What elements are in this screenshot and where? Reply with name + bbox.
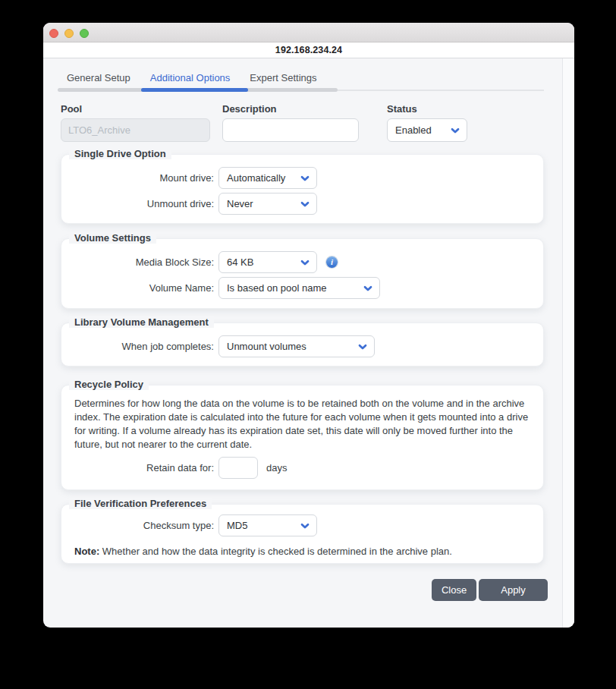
window-title-row: 192.168.234.24	[43, 42, 574, 58]
mount-drive-row: Mount drive: Automatically	[61, 167, 543, 189]
single-drive-option-title: Single Drive Option	[69, 148, 171, 159]
note-text: Whether and how the data integrity is ch…	[99, 546, 452, 557]
mount-drive-select[interactable]: Automatically	[218, 167, 317, 189]
media-block-size-select[interactable]: 64 KB	[218, 251, 317, 273]
when-job-completes-row: When job completes: Unmount volumes	[61, 335, 543, 357]
close-window-button[interactable]	[49, 29, 58, 38]
chevron-down-icon	[300, 201, 310, 207]
tab-bar: General Setup Additional Options Expert …	[67, 72, 317, 83]
unmount-drive-row: Unmount drive: Never	[61, 193, 543, 215]
file-verification-section: File Verification Preferences Checksum t…	[61, 504, 544, 564]
tab-additional-options[interactable]: Additional Options	[150, 72, 231, 83]
apply-button[interactable]: Apply	[479, 579, 548, 601]
tab-divider-line	[338, 90, 544, 91]
retain-data-label: Retain data for:	[61, 462, 218, 473]
window-titlebar[interactable]	[43, 23, 574, 42]
when-job-completes-select[interactable]: Unmount volumes	[218, 335, 375, 357]
close-button[interactable]: Close	[432, 579, 476, 601]
active-tab-indicator	[141, 88, 248, 92]
zoom-window-button[interactable]	[80, 29, 89, 38]
checksum-type-select[interactable]: MD5	[218, 514, 317, 536]
tab-indicator-track	[58, 88, 338, 92]
settings-dialog-window: 192.168.234.24 General Setup Additional …	[43, 23, 574, 628]
recycle-policy-title: Recycle Policy	[69, 379, 149, 390]
library-volume-management-section: Library Volume Management When job compl…	[61, 322, 544, 367]
volume-settings-section: Volume Settings Media Block Size: 64 KB …	[61, 238, 544, 309]
chevron-down-icon	[363, 285, 372, 291]
info-icon[interactable]: i	[326, 256, 338, 268]
verification-note: Note: Whether and how the data integrity…	[74, 546, 530, 557]
single-drive-option-section: Single Drive Option Mount drive: Automat…	[61, 154, 544, 224]
window-title: 192.168.234.24	[275, 45, 342, 55]
chevron-down-icon	[451, 127, 460, 134]
recycle-policy-description: Determines for how long the data on the …	[74, 397, 530, 451]
volume-name-row: Volume Name: Is based on pool name	[61, 277, 543, 299]
pool-input	[61, 118, 210, 142]
minimize-window-button[interactable]	[64, 29, 74, 38]
media-block-size-row: Media Block Size: 64 KB i	[61, 251, 543, 273]
when-job-completes-label: When job completes:	[61, 341, 218, 352]
recycle-policy-section: Recycle Policy Determines for how long t…	[61, 385, 544, 490]
chevron-down-icon	[358, 344, 367, 350]
tab-expert-settings[interactable]: Expert Settings	[250, 72, 316, 83]
volume-name-select[interactable]: Is based on pool name	[218, 277, 380, 299]
status-label: Status	[387, 103, 417, 115]
library-volume-management-title: Library Volume Management	[69, 316, 214, 328]
volume-settings-title: Volume Settings	[69, 232, 156, 244]
days-suffix-label: days	[266, 462, 287, 473]
chevron-down-icon	[300, 260, 310, 266]
mount-drive-label: Mount drive:	[61, 172, 218, 184]
status-select[interactable]: Enabled	[387, 118, 467, 142]
description-input[interactable]	[222, 118, 359, 142]
pool-label: Pool	[61, 103, 82, 115]
note-label: Note:	[74, 546, 99, 557]
media-block-size-label: Media Block Size:	[61, 256, 218, 268]
chevron-down-icon	[300, 523, 310, 529]
tab-general-setup[interactable]: General Setup	[67, 72, 130, 83]
unmount-drive-select[interactable]: Never	[218, 193, 317, 215]
volume-name-label: Volume Name:	[61, 282, 218, 294]
scrollbar-gutter[interactable]	[562, 58, 574, 628]
unmount-drive-label: Unmount drive:	[61, 198, 218, 209]
chevron-down-icon	[300, 175, 310, 181]
retain-data-row: Retain data for: days	[61, 457, 543, 479]
file-verification-title: File Verification Preferences	[69, 498, 212, 509]
description-label: Description	[222, 103, 277, 115]
checksum-type-label: Checksum type:	[61, 520, 218, 531]
retain-days-input[interactable]	[218, 457, 258, 479]
checksum-type-row: Checksum type: MD5	[61, 514, 543, 536]
